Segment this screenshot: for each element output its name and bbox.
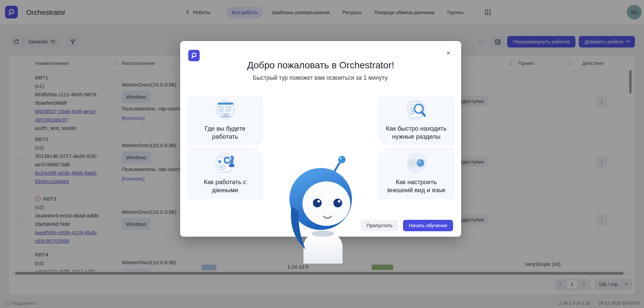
tour-tile-appearance: Как настроить внешний вид и язык <box>378 148 454 199</box>
robot-arm-illustration-icon <box>212 148 238 178</box>
dialog-actions: Пропустить Начать обучение <box>361 220 453 231</box>
tour-tile-navigation: Как быстро находить нужные разделы <box>378 96 454 146</box>
tile-corner-cut <box>378 148 386 156</box>
start-tour-button[interactable]: Начать обучение <box>403 220 453 231</box>
tour-tile-data: Как работать с данными <box>187 148 263 199</box>
tour-tile-workspace: Где вы будете работать <box>187 96 263 146</box>
robot-mascot-illustration <box>286 152 360 264</box>
tile-label: Как быстро находить нужные разделы <box>378 125 454 141</box>
dialog-subtitle: Быстрый тур поможет вам освоиться за 1 м… <box>180 74 461 81</box>
search-illustration-icon <box>403 96 430 125</box>
tile-label: Как работать с данными <box>187 178 263 194</box>
skip-button[interactable]: Пропустить <box>361 220 398 231</box>
app-logo-icon <box>188 50 200 61</box>
toggle-illustration-icon <box>403 148 430 178</box>
welcome-dialog: ✕ Добро пожаловать в Orchestrator! Быстр… <box>180 41 461 237</box>
tile-label: Как настроить внешний вид и язык <box>378 178 454 194</box>
monitor-illustration-icon <box>212 96 238 125</box>
tour-tiles: Где вы будете работать Как работать с да… <box>187 96 454 214</box>
tile-label: Где вы будете работать <box>187 125 263 141</box>
tile-corner-cut <box>255 148 263 156</box>
close-icon[interactable]: ✕ <box>444 48 453 58</box>
dialog-title: Добро пожаловать в Orchestrator! <box>180 60 461 71</box>
